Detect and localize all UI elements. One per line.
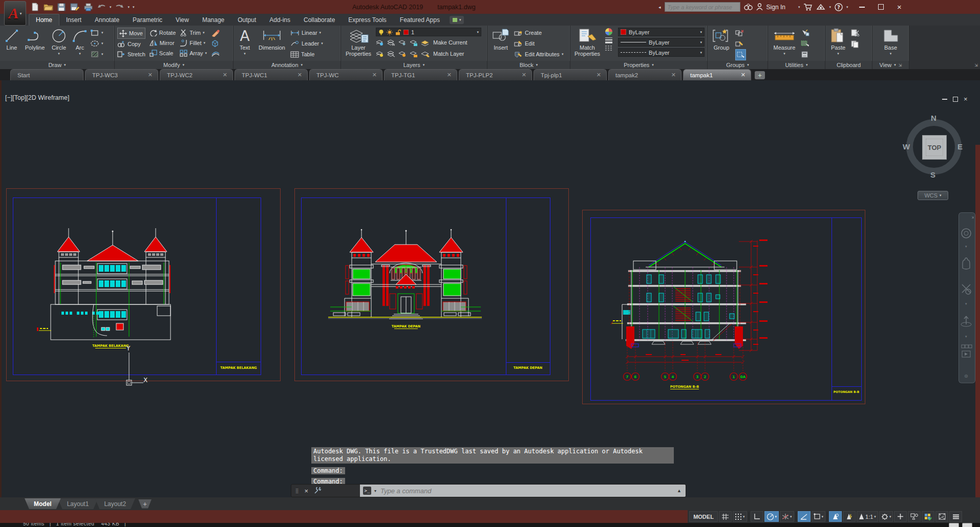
undo-button[interactable] xyxy=(96,3,106,12)
ribbon-options-button[interactable]: ▾ xyxy=(450,16,464,24)
offset-button[interactable] xyxy=(211,48,220,58)
ungroup-button[interactable] xyxy=(735,28,746,38)
help-dropdown[interactable]: ▾ xyxy=(846,5,848,9)
annotation-scale-button[interactable]: 1:1▾ xyxy=(857,511,878,522)
new-drawing-tab-button[interactable]: ＋ xyxy=(755,71,765,79)
color-wheel-icon[interactable] xyxy=(604,28,613,36)
file-tab-tpj-wc3[interactable]: TPJ-WC3✕ xyxy=(85,69,158,80)
stretch-button[interactable]: Stretch xyxy=(117,49,145,59)
copy-button[interactable]: Copy xyxy=(117,39,145,49)
close-button[interactable]: × xyxy=(897,3,902,11)
save-button[interactable] xyxy=(56,3,67,12)
open-file-button[interactable] xyxy=(43,3,53,12)
file-tab-tpj-tg1[interactable]: TPJ-TG1✕ xyxy=(384,69,457,80)
command-input-field[interactable]: >_ ▾ ▲ xyxy=(360,485,686,497)
group-edit-button[interactable] xyxy=(735,38,746,49)
file-tab-start[interactable]: Start xyxy=(10,69,83,80)
drawing-canvas[interactable]: [−][Top][2D Wireframe] × N E S W TOP WCS… xyxy=(0,80,980,497)
panel-label-groups[interactable]: Groups▾ xyxy=(708,61,768,69)
panel-label-annotation[interactable]: Annotation▾ xyxy=(233,61,340,69)
explode-button[interactable] xyxy=(211,38,220,48)
object-snap-toggle[interactable]: ▾ xyxy=(812,511,826,522)
compass-north[interactable]: N xyxy=(931,114,936,122)
layer-thaw-all-icon[interactable] xyxy=(398,51,407,57)
tab-manage[interactable]: Manage xyxy=(196,14,231,26)
group-selection-toggle[interactable] xyxy=(735,49,746,60)
command-dock-grip[interactable]: ⣿ xyxy=(295,488,300,493)
file-tab-tampak2[interactable]: tampak2✕ xyxy=(608,69,681,80)
layer-on-all-icon[interactable] xyxy=(387,51,395,57)
trim-button[interactable]: Trim▾ xyxy=(180,28,207,38)
rectangle-button[interactable]: ▾ xyxy=(91,28,103,38)
fillet-button[interactable]: Fillet▾ xyxy=(180,38,207,48)
model-space-button[interactable]: MODEL xyxy=(689,511,718,522)
cut-button[interactable] xyxy=(851,28,860,38)
status-bar-plus-button[interactable] xyxy=(894,511,907,522)
viewcube[interactable]: N E S W TOP xyxy=(902,115,966,179)
arc-button[interactable]: Arc▾ xyxy=(72,27,88,57)
scale-button[interactable]: Scale xyxy=(150,48,176,58)
layer-combo[interactable]: 1▾ xyxy=(376,28,481,36)
block-create-button[interactable]: Create xyxy=(514,28,563,38)
close-tab-icon[interactable]: ✕ xyxy=(223,72,227,78)
app-store-cart-icon[interactable] xyxy=(803,3,813,11)
layer-isolate-icon[interactable] xyxy=(376,39,384,46)
move-button[interactable]: Move xyxy=(117,28,145,39)
help-icon[interactable]: ? xyxy=(835,3,843,11)
tab-insert[interactable]: Insert xyxy=(59,14,88,26)
copy-clip-button[interactable] xyxy=(851,39,860,49)
a360-dropdown[interactable]: ▾ xyxy=(829,5,831,9)
linetype-combo[interactable]: ByLayer▾ xyxy=(618,48,705,57)
rotate-button[interactable]: Rotate xyxy=(150,28,176,38)
leader-button[interactable]: Leader▾ xyxy=(290,38,323,49)
new-file-button[interactable] xyxy=(30,3,40,12)
hardware-acceleration-button[interactable] xyxy=(922,511,934,522)
insert-button[interactable]: Insert xyxy=(490,27,512,51)
grid-toggle[interactable] xyxy=(719,511,732,522)
maximize-button[interactable] xyxy=(878,4,884,10)
text-button[interactable]: AText▾ xyxy=(236,27,253,57)
annotation-visibility-toggle[interactable] xyxy=(829,511,842,522)
compass-south[interactable]: S xyxy=(930,170,935,179)
close-tab-icon[interactable]: ✕ xyxy=(596,72,601,78)
close-tab-icon[interactable]: ✕ xyxy=(372,72,377,78)
layer-lock-icon[interactable] xyxy=(410,39,418,46)
command-input[interactable] xyxy=(379,487,674,495)
autodesk-360-icon[interactable] xyxy=(816,3,825,11)
color-combo[interactable]: ByLayer▾ xyxy=(618,28,705,36)
file-tab-tpj-wc[interactable]: TPJ-WC✕ xyxy=(309,69,382,80)
edit-attributes-button[interactable]: Edit Attributes▾ xyxy=(514,49,563,59)
quick-select-button[interactable] xyxy=(801,28,809,38)
redo-dropdown[interactable]: ▾ xyxy=(128,5,130,9)
make-current-button[interactable]: Make Current xyxy=(433,37,467,48)
plot-button[interactable] xyxy=(83,3,93,12)
save-as-button[interactable] xyxy=(70,3,80,12)
viewport-close-icon[interactable]: × xyxy=(964,95,968,103)
object-snap-tracking-toggle[interactable] xyxy=(798,511,811,522)
polar-tracking-toggle[interactable]: ▾ xyxy=(764,511,779,522)
panel-label-utilities[interactable]: Utilities▾ xyxy=(768,61,825,69)
panel-label-draw[interactable]: Draw▾ xyxy=(0,61,114,69)
undo-dropdown[interactable]: ▾ xyxy=(110,5,112,9)
tab-express-tools[interactable]: Express Tools xyxy=(342,14,393,26)
panel-label-clipboard[interactable]: Clipboard xyxy=(825,61,872,69)
file-tab-tpj-plp2[interactable]: TPJ-PLP2✕ xyxy=(459,69,532,80)
isolate-objects-button[interactable] xyxy=(908,511,921,522)
tab-view[interactable]: View xyxy=(169,14,196,26)
compass-west[interactable]: W xyxy=(903,142,910,151)
file-tab-tpj-wc2[interactable]: TPJ-WC2✕ xyxy=(160,69,233,80)
viewport-minimize-icon[interactable] xyxy=(942,99,947,100)
redo-button[interactable] xyxy=(115,3,125,12)
command-wrench-icon[interactable] xyxy=(313,487,321,494)
collapse-search-icon[interactable]: ◂ xyxy=(658,5,661,10)
array-button[interactable]: Array▾ xyxy=(180,48,207,58)
panel-label-properties[interactable]: Properties▾⇲ xyxy=(570,61,707,69)
command-recent-dropdown[interactable]: ▾ xyxy=(374,489,376,493)
layout-tab-layout2[interactable]: Layout2 xyxy=(95,498,135,509)
tab-annotate[interactable]: Annotate xyxy=(88,14,126,26)
linetype-icon[interactable] xyxy=(604,45,613,51)
isometric-drafting-toggle[interactable]: ▾ xyxy=(780,511,794,522)
sign-in-dropdown[interactable]: ▾ xyxy=(798,5,800,9)
layout-tab-model[interactable]: Model xyxy=(25,498,61,509)
layer-freeze-icon[interactable] xyxy=(398,39,407,46)
